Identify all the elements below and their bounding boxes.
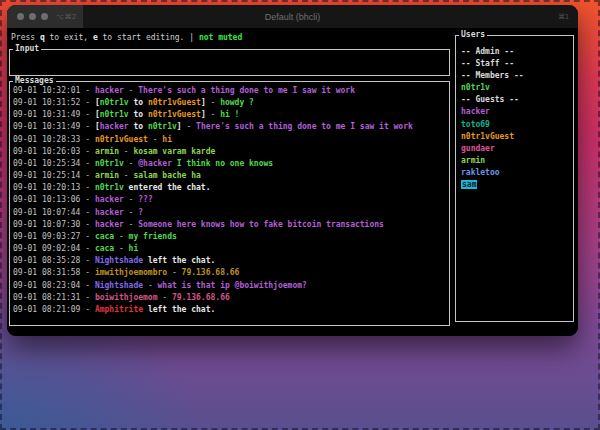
message-row: 09-01 08:31:58 - imwithjoemombro - 79.13… bbox=[13, 267, 448, 279]
text-segment: n0tr1v bbox=[148, 122, 177, 131]
message-timestamp: 09-01 10:13:06 - bbox=[13, 195, 95, 204]
text-segment: caca bbox=[95, 232, 114, 241]
text-segment: armin bbox=[95, 171, 119, 180]
text-segment: - bbox=[206, 98, 220, 107]
user-item[interactable]: hacker bbox=[461, 106, 572, 118]
text-segment: hacker bbox=[100, 122, 129, 131]
message-timestamp: 09-01 10:07:44 - bbox=[13, 208, 95, 217]
text-segment: left the chat. bbox=[143, 305, 215, 314]
message-timestamp: 09-01 10:31:49 - bbox=[13, 110, 95, 119]
message-row: 09-01 10:07:44 - hacker - ? bbox=[13, 207, 448, 219]
message-timestamp: 09-01 10:31:49 - bbox=[13, 122, 95, 131]
terminal-window: ⌥⌘2 Default (bhcli) ⌘1 Press q to exit, … bbox=[7, 5, 578, 336]
input-panel-title: Input bbox=[13, 44, 41, 54]
message-row: 09-01 08:23:04 - Nightshade - what is th… bbox=[13, 280, 448, 292]
text-segment: n0tr1v bbox=[95, 183, 124, 192]
window-titlebar: ⌥⌘2 Default (bhcli) ⌘1 bbox=[7, 5, 578, 28]
message-timestamp: 09-01 08:21:09 - bbox=[13, 305, 95, 314]
text-segment: n0tr1vGuest bbox=[95, 135, 148, 144]
messages-panel: Messages 09-01 10:32:01 - hacker - There… bbox=[9, 81, 450, 326]
text-segment: to bbox=[129, 98, 148, 107]
message-row: 09-01 10:32:01 - hacker - There's such a… bbox=[13, 85, 448, 97]
window-title: Default (bhcli) bbox=[7, 5, 578, 28]
text-segment: - bbox=[124, 159, 138, 168]
text-segment: - bbox=[143, 281, 157, 290]
text-segment: kosam varam karde bbox=[133, 147, 215, 156]
text-segment: - bbox=[167, 268, 181, 277]
message-input[interactable] bbox=[10, 50, 449, 75]
selected-user-highlight: sam bbox=[461, 180, 477, 189]
text-segment: hacker bbox=[95, 86, 124, 95]
text-segment: - bbox=[124, 208, 138, 217]
message-row: 09-01 10:20:13 - n0tr1v entered the chat… bbox=[13, 182, 448, 194]
window-close-button[interactable] bbox=[17, 13, 24, 20]
text-segment: Press bbox=[11, 33, 40, 42]
window-zoom-button[interactable] bbox=[41, 13, 48, 20]
text-segment: - bbox=[124, 195, 138, 204]
text-segment: There's such a thing done to me I saw it… bbox=[196, 122, 413, 131]
text-segment: - bbox=[119, 147, 133, 156]
user-group-header: -- Guests -- bbox=[461, 94, 572, 106]
text-segment: n0tr1vGuest bbox=[148, 98, 201, 107]
message-timestamp: 09-01 10:20:13 - bbox=[13, 183, 95, 192]
tab-shortcut-right: ⌘1 bbox=[558, 5, 569, 28]
text-segment: ??? bbox=[138, 195, 152, 204]
text-segment: Someone here knows how to fake bitcoin t… bbox=[138, 220, 384, 229]
message-row: 09-01 09:02:04 - caca - hi bbox=[13, 243, 448, 255]
text-segment: howdy ? bbox=[220, 98, 254, 107]
text-segment: Nightshade bbox=[95, 281, 143, 290]
user-item[interactable]: n0tr1v bbox=[461, 82, 572, 94]
text-segment: my friends bbox=[129, 232, 177, 241]
message-row: 09-01 10:07:30 - hacker - Someone here k… bbox=[13, 219, 448, 231]
users-list[interactable]: -- Admin ---- Staff ---- Members --n0tr1… bbox=[457, 37, 572, 320]
users-panel: Users -- Admin ---- Staff ---- Members -… bbox=[455, 35, 574, 322]
message-timestamp: 09-01 09:03:27 - bbox=[13, 232, 95, 241]
window-controls: ⌥⌘2 bbox=[7, 5, 83, 28]
text-segment: @hacker bbox=[138, 159, 172, 168]
message-timestamp: 09-01 09:02:04 - bbox=[13, 244, 95, 253]
user-item[interactable]: n0tr1vGuest bbox=[461, 131, 572, 143]
text-segment: - bbox=[114, 232, 128, 241]
message-row: 09-01 10:28:33 - n0tr1vGuest - hi bbox=[13, 134, 448, 146]
message-row: 09-01 10:25:34 - n0tr1v - @hacker I thin… bbox=[13, 158, 448, 170]
text-segment: caca bbox=[95, 244, 114, 253]
message-timestamp: 09-01 10:28:33 - bbox=[13, 135, 95, 144]
text-segment: 79.136.68.66 bbox=[172, 293, 230, 302]
message-row: 09-01 08:35:28 - Nightshade left the cha… bbox=[13, 255, 448, 267]
message-row: 09-01 09:03:27 - caca - my friends bbox=[13, 231, 448, 243]
user-item[interactable]: armin bbox=[461, 155, 572, 167]
messages-list[interactable]: 09-01 10:32:01 - hacker - There's such a… bbox=[13, 83, 448, 324]
user-item[interactable]: rakletoo bbox=[461, 167, 572, 179]
message-timestamp: 09-01 10:31:52 - bbox=[13, 98, 95, 107]
tab-shortcut-left: ⌥⌘2 bbox=[56, 13, 76, 21]
text-segment: hacker bbox=[95, 208, 124, 217]
user-group-header: -- Admin -- bbox=[461, 46, 572, 58]
text-segment: what is that ip @boiwithjoemom? bbox=[158, 281, 307, 290]
message-row: 09-01 10:31:49 - [n0tr1v to n0tr1vGuest]… bbox=[13, 109, 448, 121]
input-panel: Input bbox=[9, 49, 450, 76]
user-item[interactable]: gundaer bbox=[461, 143, 572, 155]
text-segment: Amphitrite bbox=[95, 305, 143, 314]
text-segment: Nightshade bbox=[95, 256, 143, 265]
user-group-header: -- Members -- bbox=[461, 70, 572, 82]
text-segment: to start editing. | bbox=[98, 33, 199, 42]
text-segment: left the chat. bbox=[143, 256, 215, 265]
text-segment: ? bbox=[138, 208, 143, 217]
text-segment: 79.136.68.66 bbox=[182, 268, 240, 277]
text-segment: - bbox=[206, 110, 220, 119]
text-segment: - bbox=[182, 122, 196, 131]
text-segment: - bbox=[148, 135, 162, 144]
status-line: Press q to exit, e to start editing. | n… bbox=[11, 32, 242, 44]
text-segment: - bbox=[114, 244, 128, 253]
message-row: 09-01 10:26:03 - armin - kosam varam kar… bbox=[13, 146, 448, 158]
window-minimize-button[interactable] bbox=[29, 13, 36, 20]
message-timestamp: 09-01 10:07:30 - bbox=[13, 220, 95, 229]
user-item[interactable]: sam bbox=[461, 179, 572, 191]
text-segment: - bbox=[124, 86, 138, 95]
text-segment: n0tr1v bbox=[95, 159, 124, 168]
message-timestamp: 09-01 10:25:14 - bbox=[13, 171, 95, 180]
text-segment: hi ! bbox=[220, 110, 239, 119]
user-item[interactable]: toto69 bbox=[461, 119, 572, 131]
text-segment: n0tr1v bbox=[100, 98, 129, 107]
text-segment: - bbox=[119, 171, 133, 180]
